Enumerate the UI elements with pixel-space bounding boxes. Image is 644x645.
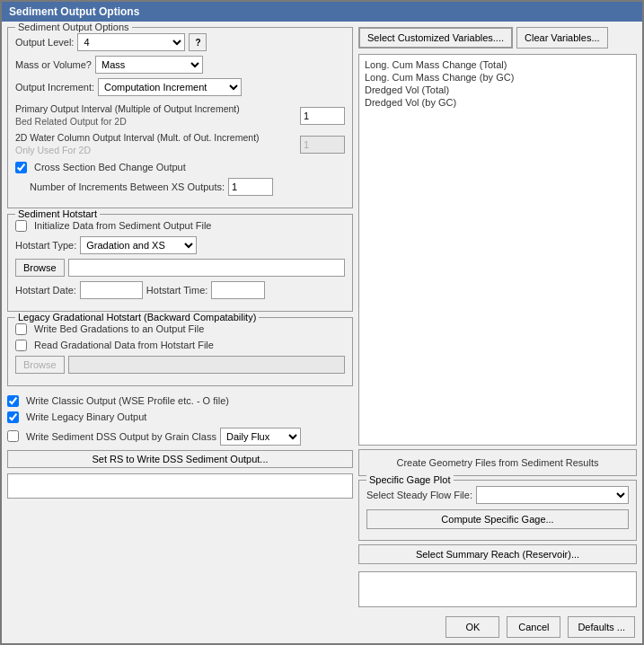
read-grad-row: Read Gradational Data from Hotstart File <box>15 340 345 351</box>
defaults-button[interactable]: Defaults ... <box>568 616 635 638</box>
cross-section-label: Cross Section Bed Change Output <box>34 162 186 172</box>
legacy-group: Legacy Gradational Hotstart (Backward Co… <box>7 317 353 386</box>
hotstart-date-label: Hotstart Date: <box>15 285 76 296</box>
hotstart-type-select[interactable]: Gradation and XS Gradation Only XS Only <box>80 236 197 254</box>
write-classic-checkbox[interactable] <box>7 395 19 407</box>
mass-volume-select[interactable]: Mass Volume <box>95 56 203 74</box>
sediment-options-group: Sediment Output Options Output Level: 4 … <box>7 27 353 208</box>
write-classic-label: Write Classic Output (WSE Profile etc. -… <box>26 395 229 406</box>
write-dss-row: Write Sediment DSS Output by Grain Class… <box>7 428 353 446</box>
vars-list: Long. Cum Mass Change (Total) Long. Cum … <box>358 54 637 446</box>
compute-specific-gage-btn[interactable]: Compute Specific Gage... <box>366 509 629 529</box>
cross-section-row: Cross Section Bed Change Output <box>15 162 345 173</box>
steady-flow-row: Select Steady Flow File: <box>366 486 629 504</box>
increments-between-row: Number of Increments Between XS Outputs: <box>15 178 345 196</box>
bottom-options: Write Classic Output (WSE Profile etc. -… <box>7 392 353 507</box>
write-legacy-label: Write Legacy Binary Output <box>26 411 146 422</box>
write-bed-label: Write Bed Gradations to an Output File <box>34 323 204 334</box>
select-summary-btn[interactable]: Select Summary Reach (Reservoir)... <box>358 544 637 564</box>
output-level-select[interactable]: 4 <box>77 33 185 51</box>
write-dss-checkbox[interactable] <box>7 430 19 442</box>
steady-flow-select[interactable] <box>476 486 629 504</box>
primary-interval-input[interactable] <box>300 107 345 125</box>
steady-flow-label: Select Steady Flow File: <box>366 490 472 500</box>
list-item: Long. Cum Mass Change (by GC) <box>363 71 632 84</box>
right-panel: Select Customized Variables.... Clear Va… <box>358 27 637 607</box>
hotstart-type-row: Hotstart Type: Gradation and XS Gradatio… <box>15 236 345 254</box>
hotstart-time-label: Hotstart Time: <box>146 285 207 296</box>
summary-output-box <box>358 571 637 607</box>
legacy-browse-input[interactable] <box>68 356 345 374</box>
init-data-checkbox[interactable] <box>15 220 27 232</box>
cancel-button[interactable]: Cancel <box>507 616 560 638</box>
dialog-title: Sediment Output Options <box>2 2 642 22</box>
output-increment-select[interactable]: Computation Increment Daily Monthly <box>98 78 242 96</box>
left-panel: Sediment Output Options Output Level: 4 … <box>7 27 353 607</box>
output-increment-label: Output Increment: <box>15 82 94 93</box>
hotstart-group: Sediment Hotstart Initialize Data from S… <box>7 214 353 312</box>
clear-vars-btn[interactable]: Clear Variables... <box>516 27 608 49</box>
hotstart-group-title: Sediment Hotstart <box>15 208 100 219</box>
right-top-btns: Select Customized Variables.... Clear Va… <box>358 27 637 49</box>
list-item: Dredged Vol (by GC) <box>363 96 632 109</box>
select-vars-btn[interactable]: Select Customized Variables.... <box>358 27 513 49</box>
output-level-help-btn[interactable]: ? <box>189 33 207 51</box>
write-bed-checkbox[interactable] <box>15 323 27 335</box>
rs-output-input[interactable] <box>7 473 353 499</box>
write-bed-row: Write Bed Gradations to an Output File <box>15 323 345 335</box>
set-rs-row: Set RS to Write DSS Sediment Output... <box>7 450 353 499</box>
mass-volume-row: Mass or Volume? Mass Volume <box>15 56 345 74</box>
write-classic-row: Write Classic Output (WSE Profile etc. -… <box>7 395 353 407</box>
ok-button[interactable]: OK <box>446 616 499 638</box>
hotstart-date-input[interactable] <box>80 281 143 299</box>
specific-gage-group: Specific Gage Plot Select Steady Flow Fi… <box>358 480 637 541</box>
water-column-input <box>300 136 345 154</box>
init-data-row: Initialize Data from Sediment Output Fil… <box>15 220 345 232</box>
create-geometry-box[interactable]: Create Geometry Files from Sediment Resu… <box>358 449 637 476</box>
output-level-label: Output Level: <box>15 37 74 48</box>
legacy-browse-btn: Browse <box>15 356 65 374</box>
write-dss-label: Write Sediment DSS Output by Grain Class <box>26 431 216 442</box>
init-data-label: Initialize Data from Sediment Output Fil… <box>34 220 211 231</box>
sediment-output-dialog: Sediment Output Options Sediment Output … <box>0 0 644 645</box>
increments-between-label: Number of Increments Between XS Outputs: <box>30 181 225 192</box>
primary-interval-label: Primary Output Interval (Multiple of Out… <box>15 103 296 128</box>
output-level-row: Output Level: 4 ? <box>15 33 345 51</box>
read-grad-label: Read Gradational Data from Hotstart File <box>34 340 214 350</box>
increments-between-input[interactable] <box>228 178 273 196</box>
hotstart-time-input[interactable] <box>211 281 265 299</box>
dialog-footer: OK Cancel Defaults ... <box>2 613 642 643</box>
dss-flux-select[interactable]: Daily Flux Cumulative Mass <box>220 428 301 446</box>
primary-interval-row: Primary Output Interval (Multiple of Out… <box>15 103 345 128</box>
list-item: Dredged Vol (Total) <box>363 84 632 96</box>
hotstart-browse-row: Browse <box>15 259 345 277</box>
mass-volume-label: Mass or Volume? <box>15 59 92 70</box>
write-legacy-checkbox[interactable] <box>7 411 19 423</box>
hotstart-type-label: Hotstart Type: <box>15 240 76 251</box>
sediment-options-group-title: Sediment Output Options <box>15 22 132 32</box>
cross-section-checkbox[interactable] <box>15 162 27 173</box>
hotstart-browse-input[interactable] <box>68 259 345 277</box>
read-grad-checkbox[interactable] <box>15 340 27 351</box>
write-legacy-row: Write Legacy Binary Output <box>7 411 353 423</box>
water-column-label: 2D Water Column Output Interval (Mult. o… <box>15 132 296 156</box>
output-increment-row: Output Increment: Computation Increment … <box>15 78 345 96</box>
list-item: Long. Cum Mass Change (Total) <box>363 58 632 71</box>
create-geometry-label: Create Geometry Files from Sediment Resu… <box>397 457 599 468</box>
specific-gage-title: Specific Gage Plot <box>366 474 454 485</box>
water-column-row: 2D Water Column Output Interval (Mult. o… <box>15 132 345 156</box>
legacy-browse-row: Browse <box>15 356 345 374</box>
hotstart-browse-btn[interactable]: Browse <box>15 259 65 277</box>
hotstart-datetime-row: Hotstart Date: Hotstart Time: <box>15 281 345 299</box>
set-rs-btn[interactable]: Set RS to Write DSS Sediment Output... <box>7 450 353 468</box>
legacy-group-title: Legacy Gradational Hotstart (Backward Co… <box>15 312 259 322</box>
